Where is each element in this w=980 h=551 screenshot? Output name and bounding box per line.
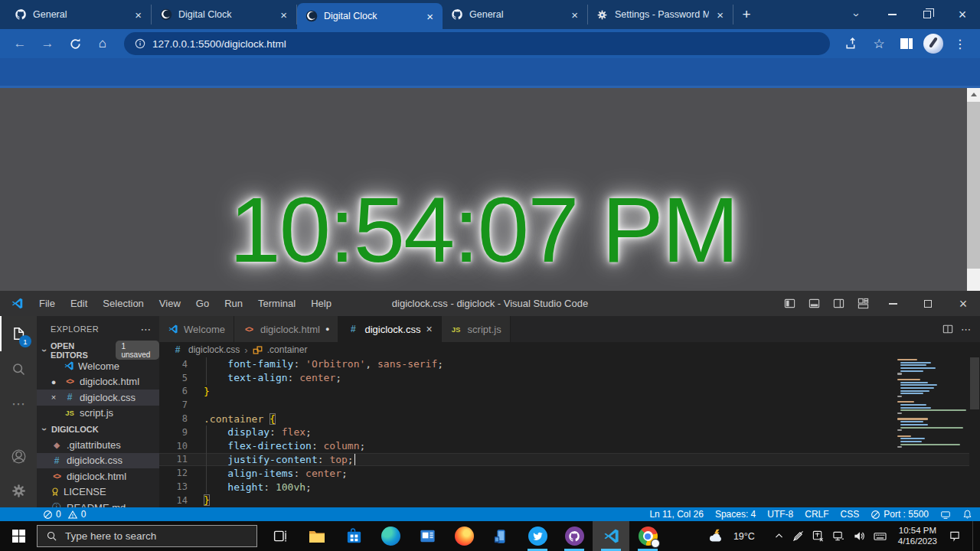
refresh-button[interactable] (63, 31, 87, 56)
action-center-icon[interactable] (949, 530, 961, 542)
task-view-button[interactable] (262, 521, 299, 551)
weather-icon[interactable] (707, 528, 725, 545)
open-editors-section[interactable]: › OPEN EDITORS 1 unsaved (37, 342, 159, 358)
new-tab-button[interactable]: + (733, 3, 760, 26)
code-line[interactable]: 9 display: flex; (159, 425, 980, 439)
temperature[interactable]: 19°C (733, 531, 755, 542)
address-bar[interactable]: 127.0.0.1:5500/digiclock.html (124, 32, 830, 55)
more-views-button[interactable]: ⋯ (0, 386, 37, 422)
menu-selection[interactable]: Selection (95, 298, 151, 309)
back-button[interactable]: ← (8, 31, 32, 56)
tab-close-icon[interactable]: × (715, 8, 725, 21)
chrome-button[interactable] (629, 521, 666, 551)
explorer-actions-icon[interactable]: ⋯ (141, 323, 152, 335)
line-number[interactable]: 12 (159, 468, 204, 478)
cursor-position[interactable]: Ln 11, Col 26 (649, 509, 704, 520)
code-line[interactable]: 7 (159, 398, 980, 412)
volume-icon[interactable] (853, 530, 865, 542)
accounts-button[interactable] (0, 439, 37, 474)
start-button[interactable] (0, 521, 37, 551)
language-mode[interactable]: CSS (841, 509, 860, 520)
line-number[interactable]: 9 (159, 427, 204, 438)
file-explorer-button[interactable] (299, 521, 335, 551)
code-line[interactable]: 13 height: 100vh; (159, 480, 980, 494)
home-button[interactable]: ⌂ (90, 31, 115, 56)
search-activity-button[interactable] (0, 351, 37, 386)
editor-tab-digiclock.html[interactable]: <>digiclock.html● (234, 316, 338, 342)
page-scrollbar[interactable] (967, 88, 980, 291)
file-tree-item[interactable]: LICENSE (37, 484, 159, 500)
line-number[interactable]: 7 (159, 399, 204, 410)
show-desktop-button[interactable] (972, 521, 975, 551)
network-icon[interactable] (832, 530, 844, 542)
menu-terminal[interactable]: Terminal (250, 298, 303, 309)
editor-more-actions-icon[interactable]: ⋯ (961, 324, 971, 335)
close-button[interactable]: × (945, 0, 980, 29)
vscode-taskbar-button[interactable] (593, 521, 629, 551)
profile-avatar[interactable] (923, 34, 943, 54)
share-button[interactable] (839, 31, 864, 56)
live-server-port[interactable]: Port : 5500 (871, 509, 929, 520)
menu-file[interactable]: File (31, 298, 63, 309)
editor-scrollbar-thumb[interactable] (970, 357, 979, 409)
line-number[interactable]: 14 (159, 495, 204, 506)
folder-section[interactable]: › DIGICLOCK (37, 421, 159, 437)
tab-close-icon[interactable]: × (426, 323, 432, 335)
sidebar-toggle-button[interactable] (894, 31, 919, 56)
code-line[interactable]: 11 justify-content: top; (159, 453, 980, 467)
code-line[interactable]: 8.container { (159, 412, 980, 425)
file-tree-item[interactable]: ◆.gitattributes (37, 437, 159, 453)
minimap[interactable] (897, 359, 968, 449)
code-line[interactable]: 6} (159, 385, 980, 399)
menu-run[interactable]: Run (217, 298, 250, 309)
edge-button[interactable] (372, 521, 409, 551)
code-line[interactable]: 4 font-family: 'Orbitron', sans-serif; (159, 357, 980, 371)
firefox-button[interactable] (446, 521, 482, 551)
editor-tab-Welcome[interactable]: Welcome (159, 316, 234, 342)
code-editor[interactable]: 4 font-family: 'Orbitron', sans-serif;5 … (159, 357, 980, 507)
github-desktop-button[interactable] (556, 521, 593, 551)
twitter-button[interactable] (519, 521, 556, 551)
line-number[interactable]: 8 (159, 413, 204, 424)
notifications-bell-icon[interactable] (962, 509, 972, 520)
menu-view[interactable]: View (152, 298, 188, 309)
editor-tab-script.js[interactable]: JSscript.js (442, 316, 511, 342)
editor-tab-digiclock.css[interactable]: #digiclock.css× (338, 316, 441, 342)
close-icon[interactable]: × (47, 393, 60, 402)
microsoft-store-button[interactable] (335, 521, 372, 551)
code-line[interactable]: 14} (159, 494, 980, 507)
vscode-maximize-button[interactable] (911, 291, 945, 316)
tray-chevron-up-icon[interactable] (774, 531, 784, 541)
vscode-minimize-button[interactable] (876, 291, 910, 316)
split-editor-icon[interactable] (942, 324, 953, 334)
browser-tab[interactable]: Digital Clock× (297, 3, 443, 29)
taskbar-search-box[interactable]: Type here to search (37, 525, 257, 547)
ime-icon[interactable] (812, 530, 824, 542)
toggle-sidebar-icon[interactable] (778, 292, 801, 315)
tab-close-icon[interactable]: × (425, 10, 435, 23)
remote-indicator-icon[interactable] (940, 510, 951, 520)
tab-close-icon[interactable]: × (133, 8, 143, 21)
browser-menu-button[interactable]: ⋮ (948, 31, 972, 56)
toggle-secondary-sidebar-icon[interactable] (827, 292, 850, 315)
problems-indicator[interactable]: 0 0 (43, 509, 86, 520)
menu-help[interactable]: Help (303, 298, 339, 309)
your-phone-button[interactable] (482, 521, 519, 551)
line-number[interactable]: 13 (159, 481, 204, 492)
restore-button[interactable] (910, 0, 945, 29)
code-line[interactable]: 10 flex-direction: column; (159, 439, 980, 453)
site-info-icon[interactable] (135, 38, 145, 49)
browser-tab[interactable]: Settings - Password M× (588, 5, 733, 24)
pen-input-icon[interactable] (792, 530, 804, 542)
tab-search-button[interactable]: › (839, 0, 874, 29)
line-number[interactable]: 10 (159, 441, 204, 452)
menu-edit[interactable]: Edit (63, 298, 95, 309)
line-number[interactable]: 11 (159, 454, 204, 465)
scrollbar-thumb[interactable] (967, 102, 980, 269)
touch-keyboard-icon[interactable] (874, 530, 887, 542)
open-editor-item[interactable]: ●<>digiclock.html (37, 374, 159, 390)
open-editor-item[interactable]: ×#digiclock.css (37, 390, 159, 406)
browser-tab[interactable]: General× (6, 5, 152, 24)
tab-close-icon[interactable]: × (570, 8, 580, 21)
line-number[interactable]: 6 (159, 386, 204, 396)
